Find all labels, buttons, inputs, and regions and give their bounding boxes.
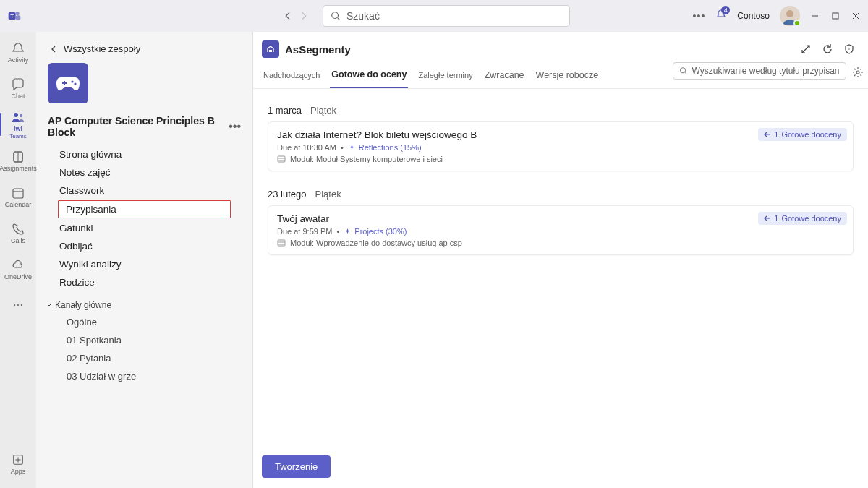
- notifications-button[interactable]: 4: [715, 9, 727, 23]
- svg-point-17: [17, 304, 19, 306]
- app-rail: Activity Chat iwi Teams Assignments Cale…: [0, 32, 36, 488]
- org-label: Contoso: [737, 11, 770, 21]
- gamepad-icon: [55, 73, 81, 93]
- nav-classwork[interactable]: Classwork: [36, 181, 252, 200]
- nav-parents[interactable]: Rodzice: [36, 273, 252, 291]
- all-teams-link[interactable]: Wszystkie zespoły: [36, 36, 252, 60]
- channel-label: Pytania: [80, 353, 111, 364]
- tab-overdue[interactable]: Zaległe terminy: [417, 65, 474, 87]
- maximize-button[interactable]: [830, 11, 841, 21]
- history-nav: [282, 10, 310, 22]
- team-more-button[interactable]: •••: [229, 120, 241, 133]
- nav-grades[interactable]: Gatunki: [36, 219, 252, 237]
- more-icon: [11, 298, 25, 312]
- tab-ready[interactable]: Gotowe do oceny: [330, 64, 408, 88]
- nav-home[interactable]: Strona główna: [36, 145, 252, 163]
- refresh-button[interactable]: [822, 43, 833, 55]
- svg-rect-34: [278, 240, 285, 246]
- filter-search[interactable]: Wyszukiwanie według tytułu przypisania: [673, 62, 846, 80]
- svg-point-1: [16, 12, 20, 15]
- rail-label: Calendar: [5, 202, 32, 208]
- page-title: AsSegmenty: [285, 43, 351, 56]
- rail-chat[interactable]: Chat: [0, 71, 36, 106]
- assignment-card[interactable]: Jak działa Internet? Blok biletu wejścio…: [268, 121, 854, 171]
- page-header-right: [800, 43, 855, 55]
- tab-drafts[interactable]: Wersje robocze: [535, 64, 600, 87]
- forward-button[interactable]: [298, 10, 310, 22]
- sparkle-icon: [344, 228, 352, 236]
- svg-rect-2: [16, 15, 21, 20]
- settings-button[interactable]: [852, 67, 864, 81]
- titlebar: T Szukać ••• 4 Contoso: [0, 0, 868, 32]
- nav-list: Strona główna Notes zajęć Classwork Przy…: [36, 145, 252, 291]
- nav-notes[interactable]: Notes zajęć: [36, 163, 252, 181]
- card-module: Moduł: Wprowadzenie do dostawcy usług ap…: [277, 239, 844, 247]
- calls-icon: [11, 222, 25, 236]
- svg-line-5: [338, 18, 340, 20]
- close-button[interactable]: [851, 11, 861, 21]
- date-secondary: Piątek: [310, 105, 336, 116]
- search-input[interactable]: Szukać: [323, 5, 570, 27]
- return-icon: [764, 131, 771, 138]
- module-icon: [277, 239, 286, 247]
- nav-insights[interactable]: Wyniki analizy: [36, 255, 252, 273]
- back-button[interactable]: [282, 10, 294, 22]
- channel-02[interactable]: 02 Pytania: [36, 349, 252, 367]
- expand-button[interactable]: [800, 43, 812, 55]
- apps-icon: [11, 453, 25, 467]
- channel-01[interactable]: 01 Spotkania: [36, 331, 252, 349]
- channel-general[interactable]: Ogólne: [36, 313, 252, 331]
- more-button[interactable]: •••: [693, 10, 706, 22]
- tabs: Nadchodzących Gotowe do oceny Zaległe te…: [253, 64, 868, 89]
- sparkle-icon: [348, 144, 356, 152]
- card-category: Reflections (15%): [348, 143, 422, 152]
- card-due: Due at 9:59 PM: [277, 227, 332, 236]
- channel-03[interactable]: 03 Udział w grze: [36, 367, 252, 385]
- rail-calendar[interactable]: Calendar: [0, 179, 36, 214]
- channels-header[interactable]: Kanały główne: [36, 291, 252, 313]
- svg-text:T: T: [10, 13, 14, 20]
- chat-icon: [11, 77, 25, 92]
- date-secondary: Piątek: [315, 189, 341, 200]
- rail-sublabel: Teams: [9, 134, 27, 140]
- svg-point-30: [856, 71, 859, 74]
- rail-label: Apps: [11, 468, 26, 475]
- rail-more[interactable]: [0, 288, 36, 322]
- teams-logo-icon: T: [7, 9, 22, 23]
- svg-rect-14: [13, 189, 23, 198]
- nav-reflect[interactable]: Odbijać: [36, 237, 252, 255]
- channel-tag: 03: [67, 371, 77, 382]
- tab-upcoming[interactable]: Nadchodzących: [262, 65, 321, 87]
- svg-rect-9: [833, 13, 838, 19]
- rail-label: Calls: [11, 238, 25, 244]
- shield-button[interactable]: [843, 43, 855, 55]
- rail-label: Chat: [11, 93, 25, 100]
- channel-label: Udział w grze: [80, 371, 136, 382]
- svg-point-16: [14, 304, 15, 306]
- rail-activity[interactable]: Activity: [0, 35, 36, 69]
- assignment-card[interactable]: Twój awatar Due at 9:59 PM • Projects (3…: [268, 205, 854, 255]
- rail-teams[interactable]: iwi Teams: [0, 107, 36, 142]
- avatar[interactable]: [780, 6, 800, 26]
- tab-returned[interactable]: Zwracane: [483, 64, 526, 87]
- nav-assignments[interactable]: Przypisania: [58, 200, 231, 218]
- return-icon: [764, 215, 771, 222]
- date-primary: 23 lutego: [268, 189, 307, 200]
- team-name: AP Computer Science Principles B Block: [48, 115, 229, 138]
- team-tile[interactable]: [48, 63, 88, 103]
- channel-tag: 02: [67, 353, 77, 364]
- assignments-icon: [11, 150, 25, 164]
- rail-apps[interactable]: Apps: [0, 446, 36, 481]
- rail-assignments[interactable]: Assignments: [0, 143, 36, 178]
- rail-onedrive[interactable]: OneDrive: [0, 252, 36, 286]
- search-icon: [679, 67, 688, 75]
- channel-label: Ogólne: [67, 317, 97, 328]
- svg-rect-26: [269, 50, 272, 52]
- minimize-button[interactable]: [810, 11, 820, 21]
- notification-badge: 4: [721, 6, 730, 14]
- create-button[interactable]: Tworzenie: [262, 455, 331, 478]
- rail-calls[interactable]: Calls: [0, 215, 36, 250]
- team-header: AP Computer Science Principles B Block •…: [36, 111, 252, 145]
- date-separator: 1 marca Piątek: [268, 98, 854, 121]
- svg-line-29: [685, 72, 686, 74]
